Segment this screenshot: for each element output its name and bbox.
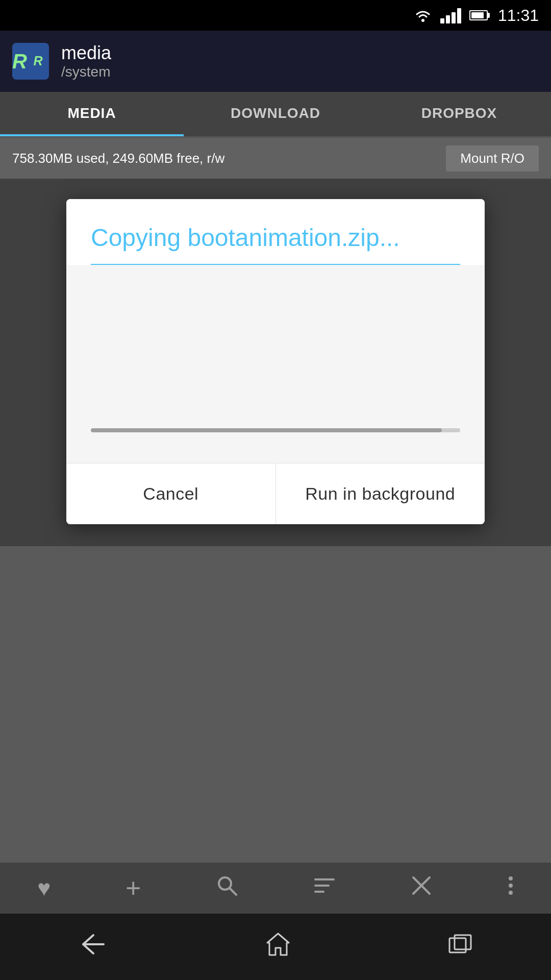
signal-icon (440, 7, 461, 23)
app-subtitle: /system (61, 64, 111, 80)
dialog-actions: Cancel Run in background (66, 463, 485, 524)
app-title-group: media /system (61, 42, 111, 80)
wifi-icon (414, 8, 432, 22)
close-icon[interactable] (410, 874, 433, 902)
storage-bar: 758.30MB used, 249.60MB free, r/w Mount … (0, 138, 551, 179)
search-icon[interactable] (216, 874, 238, 902)
more-icon[interactable] (508, 874, 514, 902)
sort-icon[interactable] (313, 874, 336, 902)
app-icon: R (12, 43, 49, 80)
svg-point-12 (509, 891, 513, 895)
status-time: 11:31 (498, 6, 539, 25)
bottom-toolbar: ♥ + (0, 863, 551, 914)
app-title: media (61, 42, 111, 64)
progress-bar-fill (91, 428, 442, 432)
svg-point-10 (509, 876, 513, 880)
run-in-background-button[interactable]: Run in background (276, 463, 485, 524)
main-content: Copying bootanimation.zip... Cancel Run … (0, 179, 551, 546)
dialog-title: Copying bootanimation.zip... (91, 224, 460, 265)
svg-marker-14 (267, 934, 289, 955)
svg-line-4 (230, 888, 236, 895)
svg-point-11 (509, 884, 513, 888)
home-button[interactable] (265, 932, 291, 962)
tab-download[interactable]: DOWNLOAD (184, 92, 367, 136)
cancel-button[interactable]: Cancel (66, 463, 276, 524)
status-bar: 11:31 (0, 0, 551, 31)
progress-bar-background (91, 428, 460, 432)
svg-rect-16 (455, 935, 471, 949)
dialog-body (66, 265, 485, 463)
nav-bar (0, 914, 551, 980)
dialog-title-area: Copying bootanimation.zip... (66, 199, 485, 265)
svg-text:R: R (33, 54, 42, 68)
dialog-overlay: Copying bootanimation.zip... Cancel Run … (0, 179, 551, 546)
svg-rect-15 (449, 938, 466, 952)
plus-icon[interactable]: + (126, 873, 141, 903)
tab-dropbox[interactable]: DROPBOX (367, 92, 551, 136)
storage-info-text: 758.30MB used, 249.60MB free, r/w (12, 151, 434, 166)
tab-media[interactable]: MEDIA (0, 92, 184, 136)
back-button[interactable] (78, 933, 109, 961)
mount-button[interactable]: Mount R/O (446, 145, 539, 172)
app-bar: R media /system (0, 31, 551, 92)
heart-icon[interactable]: ♥ (37, 875, 51, 901)
progress-container (91, 285, 460, 432)
copy-dialog: Copying bootanimation.zip... Cancel Run … (66, 199, 485, 524)
battery-icon (469, 10, 490, 20)
tabs: MEDIA DOWNLOAD DROPBOX (0, 92, 551, 138)
recents-button[interactable] (447, 933, 473, 961)
svg-point-0 (421, 19, 424, 22)
